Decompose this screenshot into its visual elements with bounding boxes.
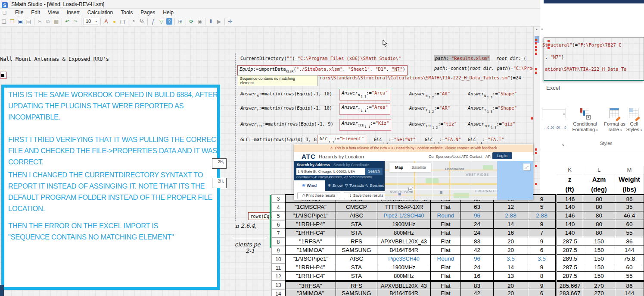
- table-cell[interactable]: 16: [494, 229, 528, 237]
- table-cell[interactable]: 1900MHz: [377, 220, 431, 229]
- atc-logo[interactable]: ATC: [302, 153, 316, 160]
- number-dialog-launcher-icon[interactable]: ↘: [561, 142, 565, 147]
- nav-link-api[interactable]: API: [485, 154, 492, 159]
- undo-button[interactable]: ↶: [63, 16, 72, 27]
- table-cell[interactable]: 146: [557, 194, 583, 203]
- column-letter[interactable]: M: [615, 166, 644, 174]
- login-button[interactable]: Log In: [492, 152, 512, 159]
- formula-answer-t-12[interactable]: AnswerT1 2:="AR": [409, 105, 450, 115]
- annotation-note-box[interactable]: THIS IS THE SAME WORKBOOK OPENED IN BUIL…: [1, 85, 220, 290]
- table-cell[interactable]: 35: [615, 203, 644, 211]
- table-cell[interactable]: "1RFSA": [285, 237, 336, 246]
- wall-mount-heading[interactable]: Wall Mount Antennas & Exposed RRU's: [0, 56, 109, 62]
- formula-root-dir[interactable]: root_dir:=(: [496, 55, 526, 61]
- formula-answer-ice-11[interactable]: AnswerICE1 1:="Kiz": [339, 119, 391, 131]
- table-cell[interactable]: Flat: [431, 289, 461, 296]
- table-cell[interactable]: B4164T64R: [377, 246, 431, 255]
- row-number[interactable]: 4: [271, 203, 285, 211]
- table-cell[interactable]: 20: [494, 289, 528, 296]
- table-cell[interactable]: 140: [557, 220, 583, 229]
- tab-search-by-address[interactable]: Search by Address: [297, 163, 330, 167]
- formula-answer-n-def[interactable]: AnswerN:=matrix(rows(Equip)-1, 10): [240, 91, 332, 99]
- table-cell[interactable]: "1RRH-C4": [285, 229, 336, 237]
- table-cell[interactable]: STA: [336, 272, 377, 280]
- table-cell[interactable]: 270: [583, 289, 615, 296]
- table-cell[interactable]: Flat: [431, 246, 461, 255]
- tab-tornado[interactable]: ▽Tornado: [345, 180, 364, 191]
- menu-tools[interactable]: Tools: [117, 9, 137, 16]
- table-cell[interactable]: Flat: [431, 280, 461, 289]
- table-cell[interactable]: 144: [615, 246, 644, 255]
- save-results-button[interactable]: ⇓ Save these results: [344, 192, 389, 199]
- print-button[interactable]: ▤: [25, 16, 33, 27]
- menu-view[interactable]: View: [44, 9, 63, 16]
- decrease-decimal-button[interactable]: .00 →.0: [556, 126, 566, 129]
- table-cell[interactable]: 14: [494, 220, 528, 229]
- table-cell[interactable]: 60: [615, 263, 644, 272]
- formula-forge-path[interactable]: Structural")="F:\Forge\7827 C: [542, 42, 621, 48]
- table-cell[interactable]: 55: [615, 229, 644, 237]
- table-cell[interactable]: 6: [528, 289, 556, 296]
- table-cell[interactable]: STA: [336, 220, 377, 229]
- number-format-select[interactable]: ▾: [542, 110, 566, 118]
- solver-button[interactable]: ?: [166, 18, 172, 25]
- table-cell[interactable]: 9: [528, 280, 556, 289]
- table-cell[interactable]: 13: [494, 272, 528, 280]
- table-cell[interactable]: 9: [528, 237, 556, 246]
- menu-help[interactable]: Help: [159, 9, 177, 16]
- redo-button[interactable]: ↷: [72, 16, 80, 27]
- table-cell[interactable]: Pipe3SCH40: [377, 255, 431, 263]
- table-cell[interactable]: 20: [494, 246, 528, 255]
- formula-glc-def[interactable]: GLC:=matrix(rows(Equip)-1, 8): [240, 136, 319, 142]
- table-cell[interactable]: Round: [431, 211, 461, 220]
- fraction-button[interactable]: ½: [138, 16, 146, 27]
- row-number[interactable]: 12: [271, 272, 285, 280]
- table-cell[interactable]: 287.5: [557, 263, 583, 272]
- table-cell[interactable]: 80: [583, 203, 615, 211]
- table-cell[interactable]: 80: [583, 211, 615, 220]
- column-header[interactable]: Azm: [583, 174, 615, 184]
- table-cell[interactable]: 83: [461, 237, 494, 246]
- table-cell[interactable]: 80: [583, 229, 615, 237]
- smath-titlebar[interactable]: S SMath Studio - [Wind_Loads-REV-H.sm]: [0, 0, 540, 9]
- table-cell[interactable]: Flat: [431, 272, 461, 280]
- formula-answer-ice-12[interactable]: AnswerICE1 2:="tiz": [409, 121, 457, 131]
- satellite-button[interactable]: Satellite: [409, 163, 428, 172]
- table-cell[interactable]: 9: [528, 263, 556, 272]
- table-cell[interactable]: 289.5: [557, 255, 583, 263]
- table-cell[interactable]: 150: [583, 272, 615, 280]
- excel-titlebar[interactable]: [544, 0, 644, 3]
- save-button[interactable]: ▣: [16, 16, 25, 27]
- table-cell[interactable]: "1RRH-P4": [285, 220, 336, 229]
- table-cell[interactable]: 86: [615, 194, 644, 203]
- formula-section-fragment[interactable]: n 2.6.4,: [235, 223, 257, 229]
- table-cell[interactable]: 146: [557, 211, 583, 220]
- row-number[interactable]: 13: [271, 280, 285, 289]
- table-cell[interactable]: "1CMSCPA": [285, 203, 336, 211]
- row-number[interactable]: 5: [271, 211, 285, 220]
- formula-import-path-fragment[interactable]: rary\Standards\Structural\Calculations\S…: [320, 75, 521, 81]
- table-cell[interactable]: 150: [583, 246, 615, 255]
- table-cell[interactable]: 96: [461, 255, 494, 263]
- column-unit[interactable]: (ft): [557, 184, 583, 194]
- table-cell[interactable]: 20: [494, 280, 528, 289]
- increase-decimal-button[interactable]: ←.0 .00: [544, 126, 554, 129]
- table-cell[interactable]: 75.8: [615, 255, 644, 263]
- table-cell[interactable]: B4164T64R: [377, 289, 431, 296]
- formula-path-concat[interactable]: path:=concat(root_dir, path)="C:\Progra: [434, 65, 541, 71]
- table-cell[interactable]: 63: [461, 203, 494, 211]
- formula-path-assign[interactable]: path:="Results.xlsm": [434, 55, 490, 61]
- menu-insert[interactable]: Insert: [63, 9, 84, 16]
- map-type-control[interactable]: MapSatellite: [389, 163, 431, 172]
- scroll-up-icon[interactable]: ▲: [534, 27, 540, 31]
- table-cell[interactable]: "1RRH-C4": [285, 272, 336, 280]
- tab-snow[interactable]: ❄Snow: [326, 180, 345, 191]
- address-input[interactable]: 1 N State St, Chicago, IL 60602, USA: [296, 168, 365, 175]
- table-cell[interactable]: Flat: [431, 203, 461, 211]
- column-letter[interactable]: K: [557, 166, 583, 174]
- table-cell[interactable]: SAMSUNG: [336, 289, 377, 296]
- table-cell[interactable]: 86: [615, 280, 644, 289]
- abort-button[interactable]: ◉: [196, 16, 204, 27]
- font-size-select[interactable]: 10▾: [84, 18, 98, 25]
- table-cell[interactable]: 140: [557, 203, 583, 211]
